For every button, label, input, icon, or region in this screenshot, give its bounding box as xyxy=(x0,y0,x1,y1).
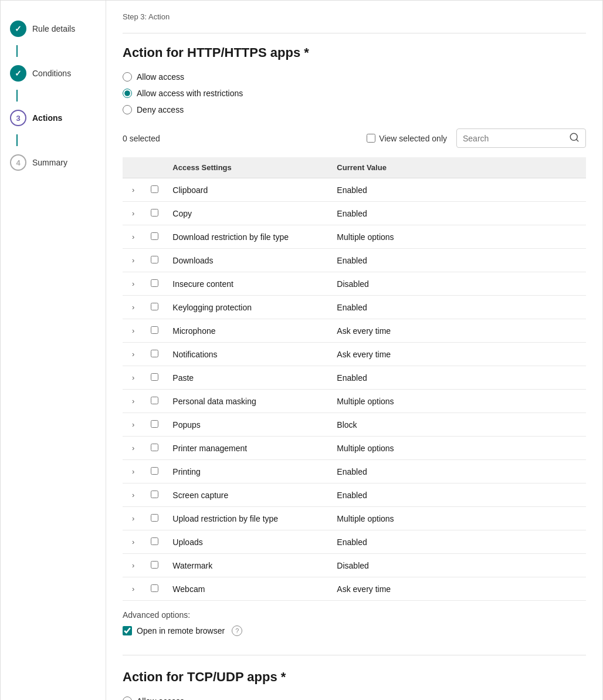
radio-allow-access-input[interactable] xyxy=(123,72,132,82)
row-expand-cell: › xyxy=(123,366,144,390)
radio-allow-access[interactable]: Allow access xyxy=(123,72,586,82)
row-checkbox[interactable] xyxy=(151,373,158,381)
expand-row-button[interactable]: › xyxy=(130,208,137,219)
view-selected-only-label[interactable]: View selected only xyxy=(367,134,447,143)
table-row: › Popups Block xyxy=(123,413,586,437)
http-section-title: Action for HTTP/HTTPS apps * xyxy=(123,45,586,60)
view-selected-only-checkbox[interactable] xyxy=(367,134,375,143)
row-value-cell: Enabled xyxy=(330,366,586,390)
row-checkbox[interactable] xyxy=(151,279,158,287)
row-value-cell: Enabled xyxy=(330,249,586,272)
expand-row-button[interactable]: › xyxy=(130,419,137,430)
radio-allow-access-restrictions[interactable]: Allow access with restrictions xyxy=(123,89,586,98)
row-checkbox[interactable] xyxy=(151,467,158,475)
radio-allow-access-label: Allow access xyxy=(137,72,184,82)
expand-row-button[interactable]: › xyxy=(130,372,137,383)
row-checkbox[interactable] xyxy=(151,303,158,310)
expand-row-button[interactable]: › xyxy=(130,302,137,313)
help-icon[interactable]: ? xyxy=(232,625,242,636)
expand-row-button[interactable]: › xyxy=(130,278,137,289)
expand-row-button[interactable]: › xyxy=(130,583,137,594)
open-remote-browser-label: Open in remote browser xyxy=(137,626,225,635)
table-row: › Microphone Ask every time xyxy=(123,319,586,343)
sidebar-item-summary[interactable]: 4 Summary xyxy=(1,146,106,179)
sidebar-item-conditions[interactable]: ✓ Conditions xyxy=(1,57,106,90)
row-expand-cell: › xyxy=(123,202,144,225)
col-header-expand xyxy=(123,157,144,178)
open-remote-browser-checkbox[interactable] xyxy=(123,626,132,635)
row-checkbox[interactable] xyxy=(151,491,158,498)
sidebar-item-rule-details[interactable]: ✓ Rule details xyxy=(1,12,106,45)
row-checkbox[interactable] xyxy=(151,209,158,217)
table-row: › Paste Enabled xyxy=(123,366,586,390)
row-expand-cell: › xyxy=(123,507,144,530)
row-setting-cell: Personal data masking xyxy=(165,390,330,413)
radio-allow-restrictions-label: Allow access with restrictions xyxy=(137,89,243,98)
row-value-cell: Ask every time xyxy=(330,343,586,366)
row-checkbox[interactable] xyxy=(151,350,158,357)
radio-deny-access-input[interactable] xyxy=(123,105,132,114)
row-value-cell: Disabled xyxy=(330,272,586,296)
table-row: › Insecure content Disabled xyxy=(123,272,586,296)
search-input[interactable] xyxy=(463,134,565,143)
expand-row-button[interactable]: › xyxy=(130,349,137,360)
sidebar-label-summary: Summary xyxy=(32,158,67,167)
expand-row-button[interactable]: › xyxy=(130,255,137,266)
search-box[interactable] xyxy=(456,128,586,148)
expand-row-button[interactable]: › xyxy=(130,395,137,407)
step-circle-rule-details: ✓ xyxy=(10,21,26,37)
row-setting-cell: Paste xyxy=(165,366,330,390)
table-row: › Printer management Multiple options xyxy=(123,437,586,460)
row-checkbox[interactable] xyxy=(151,232,158,240)
table-row: › Printing Enabled xyxy=(123,460,586,483)
row-expand-cell: › xyxy=(123,249,144,272)
row-value-cell: Block xyxy=(330,413,586,437)
row-checkbox-cell xyxy=(144,530,165,554)
row-checkbox[interactable] xyxy=(151,326,158,334)
table-row: › Watermark Disabled xyxy=(123,554,586,577)
row-setting-cell: Printer management xyxy=(165,437,330,460)
row-checkbox[interactable] xyxy=(151,397,158,404)
checkmark-icon-2: ✓ xyxy=(15,69,22,78)
row-checkbox[interactable] xyxy=(151,256,158,263)
row-expand-cell: › xyxy=(123,272,144,296)
radio-deny-access[interactable]: Deny access xyxy=(123,105,586,114)
table-row: › Copy Enabled xyxy=(123,202,586,225)
row-setting-cell: Upload restriction by file type xyxy=(165,507,330,530)
row-checkbox[interactable] xyxy=(151,420,158,428)
row-checkbox[interactable] xyxy=(151,584,158,592)
expand-row-button[interactable]: › xyxy=(130,231,137,242)
row-checkbox-cell xyxy=(144,343,165,366)
row-checkbox-cell xyxy=(144,319,165,343)
table-row: › Clipboard Enabled xyxy=(123,178,586,202)
row-checkbox-cell xyxy=(144,272,165,296)
expand-row-button[interactable]: › xyxy=(130,513,137,524)
expand-row-button[interactable]: › xyxy=(130,536,137,547)
row-checkbox[interactable] xyxy=(151,514,158,522)
expand-row-button[interactable]: › xyxy=(130,325,137,336)
row-checkbox[interactable] xyxy=(151,561,158,569)
row-checkbox[interactable] xyxy=(151,444,158,451)
expand-row-button[interactable]: › xyxy=(130,442,137,454)
table-row: › Uploads Enabled xyxy=(123,530,586,554)
access-settings-table: Access Settings Current Value › Clipboar… xyxy=(123,157,586,601)
row-value-cell: Enabled xyxy=(330,202,586,225)
row-checkbox-cell xyxy=(144,554,165,577)
row-expand-cell: › xyxy=(123,319,144,343)
row-value-cell: Enabled xyxy=(330,178,586,202)
radio-allow-restrictions-input[interactable] xyxy=(123,89,132,98)
row-setting-cell: Clipboard xyxy=(165,178,330,202)
row-checkbox-cell xyxy=(144,413,165,437)
expand-row-button[interactable]: › xyxy=(130,184,137,195)
expand-row-button[interactable]: › xyxy=(130,560,137,571)
row-checkbox[interactable] xyxy=(151,185,158,193)
expand-row-button[interactable]: › xyxy=(130,489,137,501)
tcp-radio-allow-access[interactable]: Allow access xyxy=(123,696,586,700)
table-row: › Personal data masking Multiple options xyxy=(123,390,586,413)
sidebar-item-actions[interactable]: 3 Actions xyxy=(1,102,106,134)
row-expand-cell: › xyxy=(123,460,144,483)
tcp-radio-allow-input[interactable] xyxy=(123,696,132,700)
row-expand-cell: › xyxy=(123,343,144,366)
expand-row-button[interactable]: › xyxy=(130,466,137,477)
row-checkbox[interactable] xyxy=(151,537,158,545)
